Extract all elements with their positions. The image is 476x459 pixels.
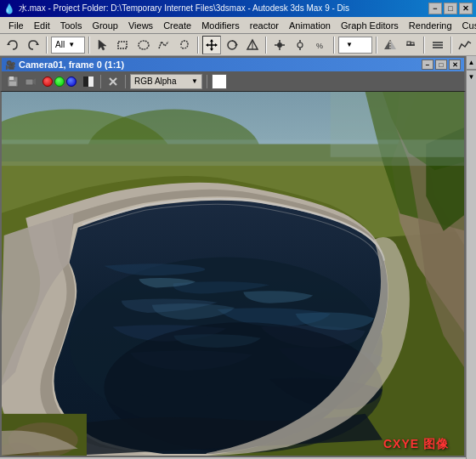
viewport-close[interactable]: ✕ <box>449 60 461 70</box>
circle-select-button[interactable] <box>134 36 153 54</box>
scroll-up-button[interactable]: ▲ <box>467 56 476 70</box>
rect-select-button[interactable] <box>114 36 133 54</box>
snap-toggle-button[interactable] <box>270 36 289 54</box>
svg-text:%: % <box>316 42 323 50</box>
viewport-title-left: 🎥 Camera01, frame 0 (1:1) <box>5 60 124 70</box>
redo-button[interactable] <box>24 36 42 54</box>
title-bar-left: 💧 水.max - Project Folder: D:\Temporary I… <box>3 3 349 14</box>
viewport-window-controls[interactable]: − □ ✕ <box>422 60 461 70</box>
app-icon: 💧 <box>3 3 15 14</box>
svg-point-4 <box>139 41 149 49</box>
scroll-down-button[interactable]: ▼ <box>467 70 476 83</box>
maximize-button[interactable]: □ <box>444 3 457 14</box>
svg-rect-42 <box>88 76 94 87</box>
save-icon-button[interactable] <box>5 74 20 89</box>
viewport-title: Camera01, frame 0 (1:1) <box>19 60 124 70</box>
menu-rendering[interactable]: Rendering <box>404 19 457 32</box>
separator-4 <box>265 37 267 54</box>
camera-icon-button[interactable] <box>23 74 38 89</box>
svg-marker-10 <box>215 43 218 47</box>
select-move-button[interactable] <box>202 36 221 54</box>
select-rotate-button[interactable] <box>223 36 241 54</box>
menu-edit[interactable]: Edit <box>29 19 55 32</box>
snap-angle-button[interactable] <box>291 36 309 54</box>
app-title: 水.max - Project Folder: D:\Temporary Int… <box>19 3 349 14</box>
named-selection-dropdown[interactable]: ▼ <box>338 37 372 54</box>
rb-sep-1 <box>100 75 101 88</box>
mirror-button[interactable] <box>381 36 400 54</box>
rb-sep-2 <box>125 75 126 88</box>
menu-reactor[interactable]: reactor <box>245 19 284 32</box>
svg-point-20 <box>298 42 303 48</box>
menu-customize[interactable]: Customize <box>457 19 476 32</box>
svg-marker-0 <box>7 42 10 45</box>
menu-graph-editors[interactable]: Graph Editors <box>336 19 404 32</box>
render-controls-bar: RGB Alpha ▼ <box>0 71 466 92</box>
right-panel: ▲ ▼ <box>466 56 476 459</box>
svg-rect-31 <box>433 44 443 46</box>
title-bar-controls[interactable]: − □ ✕ <box>428 3 473 14</box>
svg-rect-29 <box>411 42 414 45</box>
menu-bar: File Edit Tools Group Views Create Modif… <box>0 17 476 34</box>
toolbar-main: All ▼ <box>0 34 476 56</box>
clear-button[interactable] <box>105 74 121 89</box>
svg-point-15 <box>277 42 282 48</box>
filter-dropdown[interactable]: All ▼ <box>51 37 85 54</box>
fence-select-button[interactable] <box>155 36 173 54</box>
separator-1 <box>46 37 48 54</box>
minimize-button[interactable]: − <box>428 3 442 14</box>
channel-dropdown[interactable]: RGB Alpha ▼ <box>130 74 202 89</box>
svg-marker-2 <box>99 40 106 50</box>
svg-marker-1 <box>36 42 39 45</box>
svg-marker-7 <box>210 39 213 42</box>
svg-marker-25 <box>391 41 396 49</box>
svg-marker-24 <box>384 41 389 49</box>
menu-animation[interactable]: Animation <box>284 19 336 32</box>
color-swatch[interactable] <box>212 74 227 89</box>
align-button[interactable] <box>401 36 420 54</box>
viewport-icon: 🎥 <box>5 60 15 70</box>
svg-rect-41 <box>83 76 88 87</box>
menu-create[interactable]: Create <box>158 19 196 32</box>
viewport-window: 🎥 Camera01, frame 0 (1:1) − □ ✕ <box>0 56 466 459</box>
snap-percent-button[interactable]: % <box>311 36 330 54</box>
menu-tools[interactable]: Tools <box>55 19 88 32</box>
select-tool-button[interactable] <box>94 36 112 54</box>
lasso-select-button[interactable] <box>175 36 194 54</box>
separator-5 <box>333 37 335 54</box>
svg-marker-9 <box>206 43 208 47</box>
menu-file[interactable]: File <box>3 19 29 32</box>
viewport-scene: CXYE 图像 <box>0 92 466 457</box>
select-scale-button[interactable] <box>243 36 262 54</box>
blue-channel-button[interactable] <box>66 76 76 87</box>
green-channel-button[interactable] <box>54 76 65 87</box>
viewport-maximize[interactable]: □ <box>435 60 447 70</box>
close-button[interactable]: ✕ <box>459 3 473 14</box>
menu-modifiers[interactable]: Modifiers <box>196 19 245 32</box>
separator-7 <box>423 37 425 54</box>
svg-rect-3 <box>118 42 127 48</box>
separator-6 <box>376 37 377 54</box>
separator-8 <box>450 37 452 54</box>
viewport-titlebar: 🎥 Camera01, frame 0 (1:1) − □ ✕ <box>0 56 466 71</box>
mono-button[interactable] <box>81 74 96 89</box>
color-buttons <box>42 76 76 87</box>
menu-views[interactable]: Views <box>123 19 158 32</box>
graph-editors-icon[interactable] <box>456 36 474 54</box>
viewport-minimize[interactable]: − <box>422 60 434 70</box>
svg-rect-38 <box>9 82 16 86</box>
menu-group[interactable]: Group <box>87 19 123 32</box>
svg-rect-30 <box>433 42 443 43</box>
rb-sep-3 <box>207 75 207 88</box>
svg-rect-32 <box>433 47 443 48</box>
undo-button[interactable] <box>3 36 22 54</box>
separator-2 <box>88 37 90 54</box>
svg-rect-64 <box>2 139 464 166</box>
layer-manager-button[interactable] <box>428 36 447 54</box>
red-channel-button[interactable] <box>42 76 53 87</box>
separator-3 <box>197 37 199 54</box>
svg-rect-39 <box>26 79 33 85</box>
channel-label: RGB Alpha <box>134 76 176 86</box>
svg-marker-8 <box>210 48 213 51</box>
svg-rect-37 <box>9 76 14 80</box>
